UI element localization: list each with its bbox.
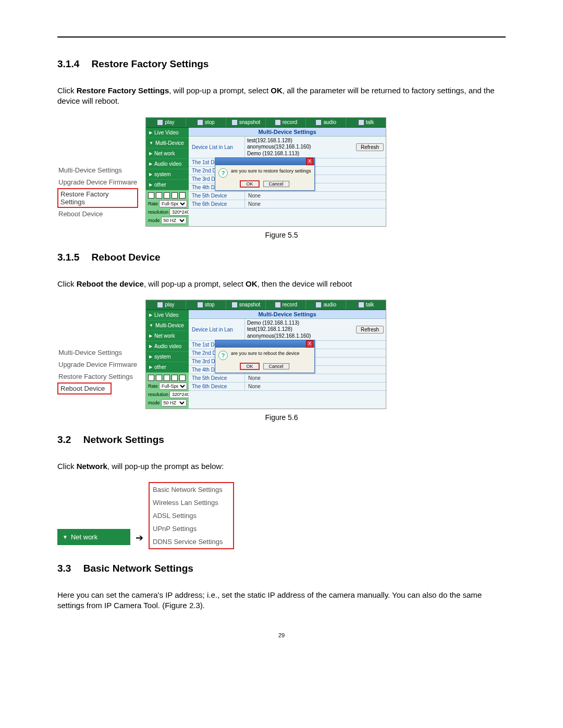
play-icon [157, 302, 163, 308]
ok-button[interactable]: OK [240, 181, 259, 187]
dev-label: The 6th Device [189, 200, 245, 208]
heading-num: 3.1.4 [57, 58, 79, 70]
heading-314: 3.1.4 Restore Factory Settings [57, 58, 506, 70]
tb-play[interactable]: play [146, 118, 186, 127]
net-item[interactable]: Basic Network Settings [150, 483, 233, 496]
dialog-text: are you sure to reboot the device [231, 351, 300, 356]
device-list[interactable]: Demo (192.168.1.113) test(192.168.1.128)… [247, 320, 311, 340]
nav-audio-video[interactable]: ▶Audio video [146, 341, 189, 352]
ctrl-icon[interactable] [172, 375, 178, 381]
admin-item[interactable]: Upgrade Device Firmware [57, 176, 138, 188]
close-icon[interactable]: X [306, 158, 313, 165]
tb-talk[interactable]: talk [346, 300, 386, 310]
arrow-icon: ➔ [136, 532, 143, 544]
admin-item[interactable]: Multi-Device Settings [57, 347, 138, 359]
down-tri-icon: ▼ [149, 141, 153, 145]
play-tri-icon: ▶ [149, 162, 152, 166]
tb-play[interactable]: play [146, 300, 186, 310]
question-icon: ? [218, 351, 228, 360]
rate-select[interactable]: Full-Speed [159, 200, 187, 207]
audio-icon [315, 302, 322, 308]
tb-snapshot[interactable]: snapshot [226, 118, 266, 127]
tb-stop[interactable]: stop [186, 300, 226, 310]
ctrl-icon[interactable] [148, 375, 154, 381]
ctrl-icon[interactable] [179, 192, 186, 199]
play-tri-icon: ▶ [149, 334, 152, 338]
confirm-dialog: X ? are you sure to reboot the device OK… [215, 340, 315, 373]
mode-label: mode [148, 218, 160, 223]
tb-stop[interactable]: stop [186, 118, 226, 127]
stop-icon [197, 302, 203, 308]
tb-talk[interactable]: talk [346, 118, 386, 127]
close-icon[interactable]: X [306, 340, 313, 348]
admin-list: Multi-Device Settings Upgrade Device Fir… [57, 347, 138, 394]
admin-item-highlighted[interactable]: Reboot Device [57, 382, 112, 394]
device-list[interactable]: test(192.168.1.128) anonymous(192.168.1.… [247, 138, 311, 157]
nav-system[interactable]: ▶system [146, 169, 189, 180]
ctrl-icon[interactable] [156, 375, 162, 381]
net-item[interactable]: DDNS Service Settings [150, 535, 233, 548]
left-nav: ▶Live Video ▼Multi-Device ▶Net work ▶Aud… [146, 128, 189, 226]
cancel-button[interactable]: Cancel [263, 181, 289, 187]
figure-caption: Figure 5.5 [57, 231, 506, 239]
refresh-button[interactable]: Refresh [356, 143, 384, 151]
nav-other[interactable]: ▶other [146, 362, 189, 373]
nav-live[interactable]: ▶Live Video [146, 128, 189, 138]
nav-live[interactable]: ▶Live Video [146, 310, 189, 320]
tb-snapshot[interactable]: snapshot [226, 300, 266, 310]
dev-list-label: Device List in Lan [189, 319, 245, 341]
para-314: Click Restore Factory Settings, will pop… [57, 85, 506, 107]
stop-icon [197, 119, 203, 126]
admin-item[interactable]: Upgrade Device Firmware [57, 359, 138, 371]
admin-item-highlighted[interactable]: Restore Factory Settings [57, 188, 138, 208]
tb-audio[interactable]: audio [306, 118, 346, 127]
net-item[interactable]: UPnP Settings [150, 522, 233, 535]
ctrl-icon[interactable] [156, 192, 162, 199]
admin-item[interactable]: Reboot Device [57, 208, 138, 220]
nav-network[interactable]: ▶Net work [146, 149, 189, 159]
tb-record[interactable]: record [266, 300, 306, 310]
ctrl-icon[interactable] [164, 375, 170, 381]
mode-select[interactable]: 50 HZ [161, 217, 187, 224]
play-tri-icon: ▶ [149, 172, 152, 177]
nav-network[interactable]: ▶Net work [146, 331, 189, 341]
nav-multi[interactable]: ▼Multi-Device [146, 320, 189, 331]
admin-item[interactable]: Restore Factory Settings [57, 371, 138, 382]
nav-audio-video[interactable]: ▶Audio video [146, 159, 189, 169]
para-315: Click Reboot the device, will pop-up a p… [57, 279, 506, 289]
rate-select[interactable]: Full-Speed [159, 382, 187, 390]
heading-title: Reboot Device [92, 252, 161, 263]
dev-value: None [245, 382, 386, 390]
network-button-label: Net work [71, 533, 97, 541]
nav-multi[interactable]: ▼Multi-Device [146, 138, 189, 149]
nav-system[interactable]: ▶system [146, 352, 189, 362]
confirm-dialog: X ? are you sure to restore factory sett… [215, 157, 315, 191]
network-button[interactable]: ▼ Net work [57, 529, 130, 545]
heading-33: 3.3 Basic Network Settings [57, 563, 506, 574]
net-item[interactable]: Wireless Lan Settings [150, 496, 233, 509]
res-label: resolution [148, 392, 168, 397]
admin-list: Multi-Device Settings Upgrade Device Fir… [57, 164, 138, 220]
dev-label: The 5th Device [189, 192, 245, 200]
ctrl-icon[interactable] [148, 192, 154, 199]
refresh-button[interactable]: Refresh [356, 326, 384, 334]
nav-other[interactable]: ▶other [146, 180, 189, 190]
figure-caption: Figure 5.6 [57, 413, 506, 422]
net-item[interactable]: ADSL Settings [150, 509, 233, 522]
ctrl-icon[interactable] [179, 375, 186, 381]
tb-record[interactable]: record [266, 118, 306, 127]
ok-button[interactable]: OK [240, 363, 259, 369]
heading-32: 3.2 Network Settings [57, 434, 506, 446]
figure-network-popup: ▼ Net work ➔ Basic Network Settings Wire… [57, 482, 506, 549]
dev-list-label: Device List in Lan [189, 137, 245, 158]
toolbar: play stop snapshot record audio talk [146, 300, 386, 310]
mode-select[interactable]: 50 HZ [161, 399, 187, 406]
ctrl-icon[interactable] [164, 192, 170, 199]
figure-56: Multi-Device Settings Upgrade Device Fir… [57, 300, 506, 409]
cancel-button[interactable]: Cancel [263, 363, 289, 369]
admin-item[interactable]: Multi-Device Settings [57, 164, 138, 176]
play-tri-icon: ▶ [149, 151, 152, 156]
snapshot-icon [231, 302, 238, 308]
tb-audio[interactable]: audio [306, 300, 346, 310]
ctrl-icon[interactable] [172, 192, 178, 199]
